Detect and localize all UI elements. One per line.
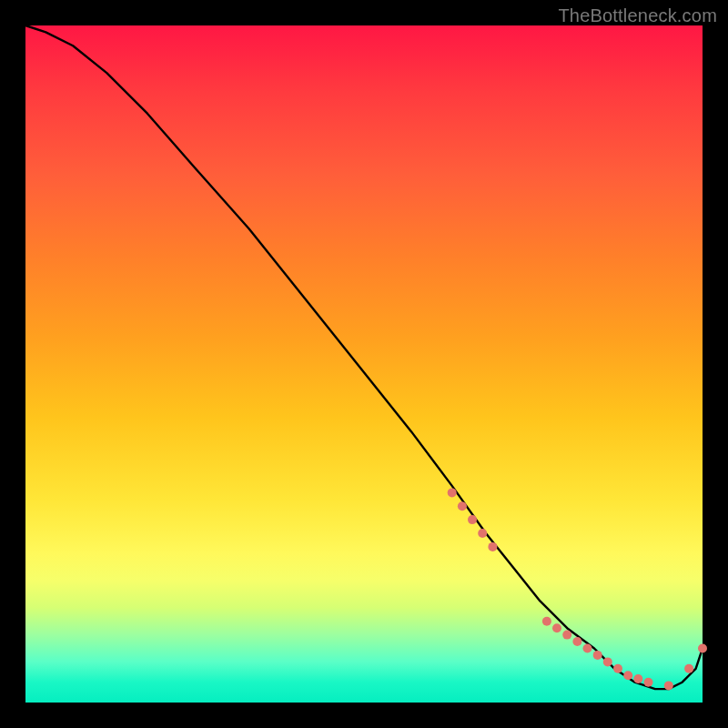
- data-marker: [583, 644, 592, 653]
- data-marker: [542, 617, 551, 626]
- curve-layer: [25, 25, 703, 689]
- data-marker: [488, 542, 497, 551]
- data-marker: [644, 678, 653, 687]
- data-marker: [458, 501, 467, 511]
- data-marker: [448, 488, 457, 497]
- chart-stage: TheBottleneck.com: [0, 0, 728, 728]
- data-marker: [572, 637, 581, 646]
- data-marker: [593, 651, 602, 660]
- data-marker: [562, 631, 571, 640]
- bottleneck-curve: [25, 25, 703, 689]
- data-marker: [664, 681, 673, 690]
- data-marker: [552, 623, 561, 632]
- data-marker: [603, 657, 612, 666]
- marker-layer: [448, 488, 707, 690]
- data-marker: [633, 674, 642, 683]
- data-marker: [468, 515, 477, 524]
- data-marker: [698, 644, 707, 653]
- data-marker: [613, 664, 622, 673]
- data-marker: [684, 664, 693, 673]
- data-marker: [478, 529, 487, 538]
- data-marker: [623, 671, 632, 680]
- watermark-text: TheBottleneck.com: [558, 5, 717, 26]
- chart-svg: [25, 25, 703, 703]
